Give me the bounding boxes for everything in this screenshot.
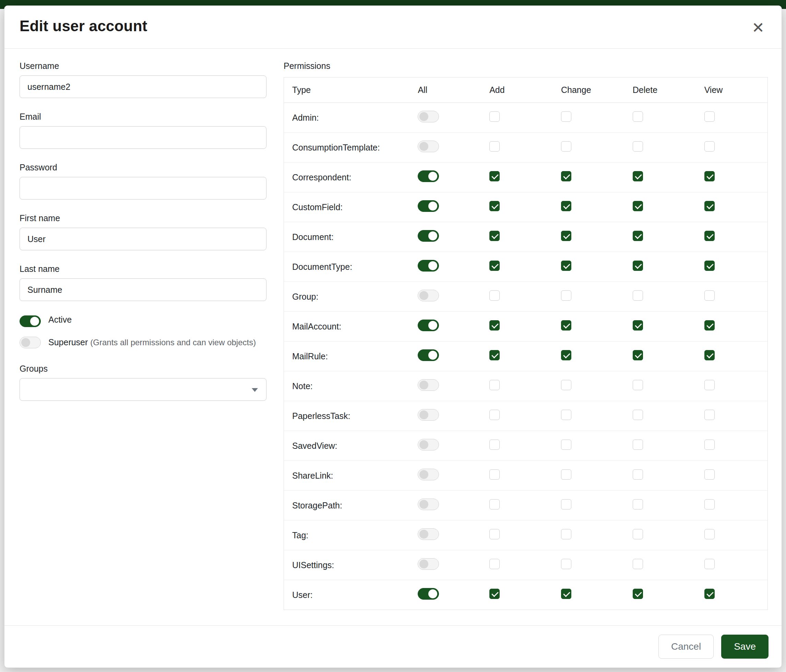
permission-view-checkbox[interactable] xyxy=(704,201,715,211)
active-toggle[interactable] xyxy=(20,316,41,327)
save-button[interactable]: Save xyxy=(721,634,769,659)
permission-add-checkbox[interactable] xyxy=(489,171,500,181)
permission-add-checkbox[interactable] xyxy=(489,290,500,301)
superuser-toggle[interactable] xyxy=(20,337,41,349)
permission-view-checkbox[interactable] xyxy=(704,231,715,241)
permission-add-checkbox[interactable] xyxy=(489,320,500,331)
permission-add-checkbox[interactable] xyxy=(489,469,500,480)
permission-all-toggle[interactable] xyxy=(418,588,439,600)
permission-view-checkbox[interactable] xyxy=(704,469,715,480)
close-icon[interactable]: ✕ xyxy=(750,17,766,38)
permission-all-toggle[interactable] xyxy=(418,528,439,540)
permission-all-toggle[interactable] xyxy=(418,469,439,480)
permission-type: DocumentType: xyxy=(284,252,410,282)
cancel-button[interactable]: Cancel xyxy=(659,634,714,659)
permission-delete-checkbox[interactable] xyxy=(633,410,643,420)
permission-all-toggle[interactable] xyxy=(418,170,439,182)
last-name-field[interactable] xyxy=(20,278,266,301)
permission-all-toggle[interactable] xyxy=(418,141,439,152)
permission-view-checkbox[interactable] xyxy=(704,589,715,599)
table-row: User: xyxy=(284,580,768,610)
permission-change-checkbox[interactable] xyxy=(561,111,571,122)
permission-add-checkbox[interactable] xyxy=(489,261,500,271)
permission-change-checkbox[interactable] xyxy=(561,320,571,331)
permission-change-checkbox[interactable] xyxy=(561,499,571,509)
permission-change-checkbox[interactable] xyxy=(561,529,571,539)
permission-view-checkbox[interactable] xyxy=(704,290,715,301)
permission-delete-checkbox[interactable] xyxy=(633,111,643,122)
user-form: Username Email Password First name Last … xyxy=(20,61,266,615)
permission-delete-checkbox[interactable] xyxy=(633,350,643,360)
permission-view-checkbox[interactable] xyxy=(704,559,715,569)
username-input[interactable] xyxy=(20,75,266,98)
permission-change-checkbox[interactable] xyxy=(561,410,571,420)
permissions-table: Type All Add Change Delete View Admin: C… xyxy=(284,77,768,610)
permission-view-checkbox[interactable] xyxy=(704,141,715,152)
permission-all-toggle[interactable] xyxy=(418,320,439,331)
permission-add-checkbox[interactable] xyxy=(489,201,500,211)
permission-change-checkbox[interactable] xyxy=(561,290,571,301)
permission-all-toggle[interactable] xyxy=(418,111,439,122)
permission-all-toggle[interactable] xyxy=(418,260,439,272)
permission-change-checkbox[interactable] xyxy=(561,141,571,152)
permission-delete-checkbox[interactable] xyxy=(633,380,643,390)
permission-change-checkbox[interactable] xyxy=(561,201,571,211)
permission-view-checkbox[interactable] xyxy=(704,111,715,122)
permission-delete-checkbox[interactable] xyxy=(633,440,643,450)
permission-change-checkbox[interactable] xyxy=(561,261,571,271)
permission-add-checkbox[interactable] xyxy=(489,111,500,122)
permission-change-checkbox[interactable] xyxy=(561,559,571,569)
permission-view-checkbox[interactable] xyxy=(704,320,715,331)
permission-view-checkbox[interactable] xyxy=(704,529,715,539)
permission-delete-checkbox[interactable] xyxy=(633,499,643,509)
permission-view-checkbox[interactable] xyxy=(704,380,715,390)
permission-delete-checkbox[interactable] xyxy=(633,290,643,301)
permission-add-checkbox[interactable] xyxy=(489,141,500,152)
permission-all-toggle[interactable] xyxy=(418,200,439,212)
permission-add-checkbox[interactable] xyxy=(489,231,500,241)
permission-view-checkbox[interactable] xyxy=(704,440,715,450)
permission-delete-checkbox[interactable] xyxy=(633,201,643,211)
permission-all-toggle[interactable] xyxy=(418,439,439,451)
permission-view-checkbox[interactable] xyxy=(704,171,715,181)
permission-delete-checkbox[interactable] xyxy=(633,261,643,271)
permission-add-checkbox[interactable] xyxy=(489,589,500,599)
permission-add-checkbox[interactable] xyxy=(489,440,500,450)
permission-delete-checkbox[interactable] xyxy=(633,529,643,539)
groups-select[interactable] xyxy=(20,378,266,401)
permission-add-checkbox[interactable] xyxy=(489,410,500,420)
password-field[interactable] xyxy=(20,177,266,199)
permission-view-checkbox[interactable] xyxy=(704,499,715,509)
first-name-field[interactable] xyxy=(20,228,266,250)
permission-view-checkbox[interactable] xyxy=(704,261,715,271)
permission-delete-checkbox[interactable] xyxy=(633,171,643,181)
permission-add-checkbox[interactable] xyxy=(489,499,500,509)
permission-all-toggle[interactable] xyxy=(418,349,439,361)
permission-change-checkbox[interactable] xyxy=(561,380,571,390)
permission-all-toggle[interactable] xyxy=(418,409,439,421)
permission-delete-checkbox[interactable] xyxy=(633,469,643,480)
permission-change-checkbox[interactable] xyxy=(561,440,571,450)
permission-view-checkbox[interactable] xyxy=(704,350,715,360)
permission-view-checkbox[interactable] xyxy=(704,410,715,420)
permission-all-toggle[interactable] xyxy=(418,499,439,510)
permission-all-toggle[interactable] xyxy=(418,379,439,391)
permission-change-checkbox[interactable] xyxy=(561,350,571,360)
permission-add-checkbox[interactable] xyxy=(489,559,500,569)
permission-change-checkbox[interactable] xyxy=(561,469,571,480)
permission-delete-checkbox[interactable] xyxy=(633,559,643,569)
permission-add-checkbox[interactable] xyxy=(489,350,500,360)
permission-delete-checkbox[interactable] xyxy=(633,320,643,331)
permission-delete-checkbox[interactable] xyxy=(633,141,643,152)
permission-add-checkbox[interactable] xyxy=(489,380,500,390)
email-field[interactable] xyxy=(20,126,266,149)
permission-change-checkbox[interactable] xyxy=(561,171,571,181)
permission-change-checkbox[interactable] xyxy=(561,589,571,599)
permission-add-checkbox[interactable] xyxy=(489,529,500,539)
permission-change-checkbox[interactable] xyxy=(561,231,571,241)
permission-delete-checkbox[interactable] xyxy=(633,589,643,599)
permission-all-toggle[interactable] xyxy=(418,558,439,570)
permission-delete-checkbox[interactable] xyxy=(633,231,643,241)
permission-all-toggle[interactable] xyxy=(418,290,439,301)
permission-all-toggle[interactable] xyxy=(418,230,439,242)
